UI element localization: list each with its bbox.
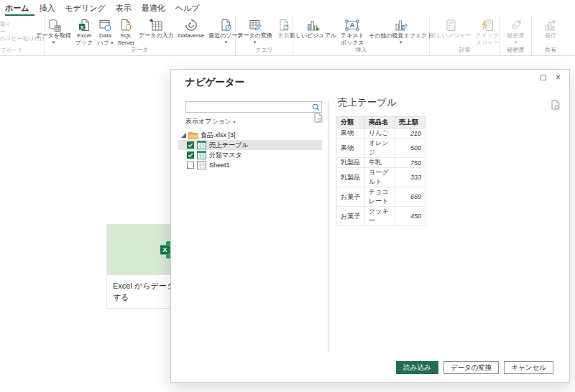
category-master-label: 分類マスタ (209, 151, 242, 160)
refresh-preview-icon[interactable] (551, 100, 560, 113)
table-cell: りんご (365, 129, 395, 139)
new-measure-button[interactable]: 新しいメジャー (428, 18, 474, 39)
group-label-clipboard: プボード (1, 47, 23, 54)
table-row: お菓子クッキー450 (337, 207, 426, 226)
text-box-button[interactable]: A テキスト ボックス (339, 18, 367, 46)
table-cell: ヨーグルト (365, 168, 395, 187)
checkbox-checked[interactable] (187, 141, 194, 149)
table-cell: 333 (395, 168, 426, 187)
new-visual-icon (305, 18, 320, 32)
sheet1-label: Sheet1 (209, 162, 230, 169)
table-icon (197, 141, 206, 149)
text-box-label-2: ボックス (341, 39, 364, 47)
group-label-query: クエリ (236, 46, 293, 54)
get-data-button[interactable]: データを取得 ▾ (34, 18, 73, 45)
tab-home[interactable]: ホーム (5, 1, 34, 16)
ribbon-group-query: データの変換 ▾ 更新 クエリ (236, 16, 293, 55)
table-cell: 乳製品 (337, 158, 365, 168)
ribbon-group-share: 発行 共有 (532, 16, 569, 55)
tab-view[interactable]: 表示 (111, 1, 137, 16)
chevron-down-icon: ▾ (515, 39, 518, 45)
table-cell: 乳製品 (337, 168, 365, 187)
sales-table-label: 売上テーブル (209, 141, 249, 150)
table-row: 果物オレンジ500 (337, 139, 426, 158)
search-box (185, 101, 322, 113)
tree-item-sheet1[interactable]: Sheet1 (178, 160, 322, 170)
tab-optimize[interactable]: 最適化 (137, 1, 170, 16)
transform-data-dialog-button[interactable]: データの変換 (443, 361, 500, 374)
refresh-preview-icon[interactable] (314, 113, 323, 126)
maximize-icon[interactable] (540, 75, 546, 80)
data-hub-button[interactable]: Data ハブ ▾ (95, 18, 115, 46)
table-cell: オレンジ (365, 139, 395, 158)
more-visuals-icon (394, 18, 408, 32)
expand-triangle-icon[interactable] (181, 133, 186, 138)
data-hub-label-1: Data (99, 32, 111, 39)
chevron-down-icon: ▾ (111, 40, 114, 45)
quick-measure-button[interactable]: クイック メジャー (474, 18, 502, 46)
table-icon (197, 151, 206, 159)
recent-sources-icon (218, 18, 233, 32)
transform-data-label: データの変換 (237, 32, 272, 39)
enter-data-label: データの入力 (139, 32, 174, 39)
ribbon-group-sensitivity: 秘密度 ▾ 秘密度 (500, 16, 532, 55)
column-header-sales: 売上額 (395, 117, 426, 129)
display-options-dropdown[interactable]: 表示オプション ▾ (185, 117, 236, 126)
svg-text:A: A (350, 22, 355, 29)
search-icon[interactable] (312, 103, 320, 111)
tree-item-category-master[interactable]: 分類マスタ (178, 150, 322, 160)
dataverse-button[interactable]: Dataverse (176, 18, 206, 39)
enter-data-button[interactable]: データの入力 (137, 18, 176, 39)
excel-workbook-label-1: Excel (77, 32, 91, 39)
dialog-title: ナビゲーター (185, 76, 244, 89)
column-header-category: 分類 (337, 117, 365, 129)
sensitivity-button[interactable]: 秘密度 ▾ (505, 18, 527, 45)
group-label-insert: 挿入 (293, 46, 429, 54)
publish-icon (543, 18, 558, 32)
tab-modeling[interactable]: モデリング (60, 1, 111, 16)
folder-icon (188, 131, 198, 139)
tab-help[interactable]: ヘルプ (170, 1, 205, 16)
load-button[interactable]: 読み込み (396, 361, 438, 374)
close-icon[interactable]: × (556, 75, 561, 80)
sensitivity-tag-icon (509, 18, 523, 32)
data-hub-icon (98, 18, 112, 32)
enter-data-icon (149, 18, 163, 32)
new-visual-button[interactable]: 新しいビジュアル (288, 18, 339, 39)
quick-measure-label-2: メジャー (476, 39, 500, 47)
new-measure-label: 新しいメジャー (431, 32, 472, 39)
column-header-product: 商品名 (365, 117, 395, 129)
search-input[interactable] (186, 103, 312, 111)
pane-divider (328, 101, 328, 353)
tree-item-workbook[interactable]: 食品.xlsx [3] (178, 130, 322, 140)
get-data-label: データを取得 (36, 32, 71, 39)
transform-data-button[interactable]: データの変換 ▾ (235, 18, 275, 45)
table-cell: 果物 (337, 129, 365, 139)
checkbox-checked[interactable] (187, 151, 194, 159)
sql-server-button[interactable]: SQL Server (116, 18, 137, 46)
sql-server-label-1: SQL (120, 32, 132, 39)
excel-workbook-button[interactable]: x Excel ブック (73, 18, 96, 46)
more-visuals-label: その他の視覚エフェクト (369, 32, 433, 39)
tab-insert[interactable]: 挿入 (34, 1, 60, 16)
sheet-icon (197, 161, 206, 169)
group-label-share: 共有 (532, 46, 569, 54)
group-label-sensitivity: 秘密度 (500, 46, 531, 54)
text-box-label-1: テキスト (341, 32, 364, 39)
publish-button[interactable]: 発行 (541, 18, 560, 39)
more-visuals-button[interactable]: その他の視覚エフェクト ▾ (367, 18, 436, 45)
checkbox-unchecked[interactable] (187, 162, 194, 169)
tree-item-sales-table[interactable]: 売上テーブル (178, 140, 322, 150)
cancel-button[interactable]: キャンセル (504, 361, 553, 374)
preview-title: 売上テーブル (338, 96, 397, 109)
chevron-down-icon: ▾ (254, 39, 257, 45)
transform-data-icon (248, 18, 262, 32)
table-header-row: 分類 商品名 売上額 (337, 117, 426, 129)
sql-server-icon (119, 18, 133, 32)
table-row: 乳製品牛乳750 (337, 158, 426, 168)
excel-workbook-label-2: ブック (75, 39, 93, 47)
table-cell: 750 (395, 158, 426, 168)
check-icon (188, 142, 193, 148)
dataverse-label: Dataverse (178, 32, 204, 39)
database-icon (47, 18, 61, 32)
